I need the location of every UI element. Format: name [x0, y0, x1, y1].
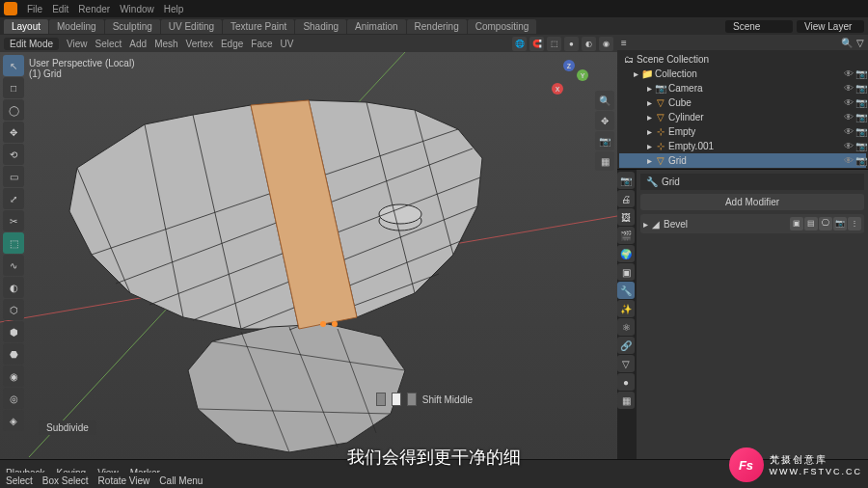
outliner-item[interactable]: ▸▽Cube👁📷 [619, 95, 866, 110]
outliner-item[interactable]: ▸⊹Empty.001👁📷 [619, 139, 866, 153]
tab-compositing[interactable]: Compositing [468, 19, 537, 34]
add-modifier-button[interactable]: Add Modifier [640, 194, 864, 210]
tab-animation[interactable]: Animation [347, 19, 405, 34]
measure-tool[interactable]: ✂ [3, 210, 24, 231]
knife-tool[interactable]: ⬢ [3, 321, 24, 342]
svg-marker-3 [188, 324, 405, 452]
snap-icon[interactable]: 🧲 [529, 37, 544, 51]
particle-tab-icon[interactable]: ✨ [617, 300, 635, 317]
outliner-header: ≡ 🔍 ▽ [617, 35, 868, 50]
loopcut-tool[interactable]: ⬡ [3, 299, 24, 320]
extrude-tool[interactable]: ⬚ [3, 232, 24, 254]
outliner-tree[interactable]: 🗂Scene Collection▸📁Collection👁📷▸📷Camera👁… [617, 50, 868, 170]
perspective-icon[interactable]: ▦ [595, 151, 614, 171]
shading-material-icon[interactable]: ◐ [582, 37, 596, 51]
view-object-label: (1) Grid [29, 68, 134, 79]
modifier-tab-icon[interactable]: 🔧 [617, 282, 635, 299]
shading-rendered-icon[interactable]: ◉ [599, 37, 613, 51]
inset-tool[interactable]: ∿ [3, 255, 24, 276]
outliner-item[interactable]: ▸⊹Empty👁📷 [619, 124, 866, 139]
scene-selector[interactable]: Scene [725, 20, 793, 33]
smooth-tool[interactable]: ◎ [3, 388, 24, 409]
constraint-tab-icon[interactable]: 🔗 [617, 337, 635, 354]
view-tab-icon[interactable]: 🖼 [617, 208, 635, 226]
axis-z-icon[interactable]: Z [563, 60, 575, 71]
transform-tool[interactable]: ▭ [3, 166, 24, 187]
key-hint-label: Shift Middle [422, 394, 473, 405]
modifier-item[interactable]: ▸ ◢ Bevel ▣ ▤ 🖵 📷 ⋮ [640, 214, 864, 233]
menu-file[interactable]: File [27, 4, 42, 14]
render-tab-icon[interactable]: 📷 [617, 172, 635, 189]
status-select: Select [6, 475, 33, 486]
axis-x-icon[interactable]: X [552, 83, 563, 95]
viewport-canvas[interactable]: ↖ □ ◯ ✥ ⟲ ▭ ⤢ ✂ ⬚ ∿ ◐ ⬡ ⬢ ⬣ ◉ ◎ ◈ User P… [0, 52, 617, 459]
right-panel: ≡ 🔍 ▽ 🗂Scene Collection▸📁Collection👁📷▸📷C… [617, 35, 868, 459]
mod-display-icon[interactable]: ▣ [790, 217, 803, 230]
viewlayer-selector[interactable]: View Layer [797, 20, 864, 33]
material-tab-icon[interactable]: ● [617, 373, 635, 391]
physics-tab-icon[interactable]: ⚛ [617, 318, 635, 336]
outliner-item[interactable]: ▸▽Grid👁📷 [619, 153, 866, 168]
mod-menu-icon[interactable]: ⋮ [848, 217, 861, 230]
object-tab-icon[interactable]: ▣ [617, 263, 635, 281]
rotate-tool[interactable]: ✥ [3, 122, 24, 143]
vmenu-view[interactable]: View [67, 39, 88, 49]
vmenu-select[interactable]: Select [95, 39, 122, 49]
global-local-icon[interactable]: 🌐 [512, 37, 527, 51]
vmenu-vertex[interactable]: Vertex [186, 39, 213, 49]
tab-uv[interactable]: UV Editing [161, 19, 222, 34]
filter-icon[interactable]: ▽ [856, 38, 864, 48]
shading-wireframe-icon[interactable]: ⬚ [547, 37, 561, 51]
cursor-tool[interactable]: □ [3, 77, 24, 98]
blender-logo-icon [4, 2, 17, 15]
world-tab-icon[interactable]: 🌍 [617, 245, 635, 262]
vmenu-face[interactable]: Face [251, 39, 272, 49]
select-box-tool[interactable]: ↖ [3, 55, 24, 76]
bevel-tool[interactable]: ◐ [3, 277, 24, 298]
vmenu-uv[interactable]: UV [281, 39, 294, 49]
scene-tab-icon[interactable]: 🎬 [617, 227, 635, 244]
tab-modeling[interactable]: Modeling [49, 19, 104, 34]
camera-view-icon[interactable]: 📷 [595, 131, 614, 150]
watermark-text: 梵摄创意库 [770, 453, 863, 467]
mod-viewport-icon[interactable]: 🖵 [819, 217, 832, 230]
watermark-url: WWW.FSTVC.CC [770, 467, 863, 476]
mesh-tab-icon[interactable]: ▽ [617, 355, 635, 372]
tab-sculpting[interactable]: Sculpting [105, 19, 160, 34]
shading-solid-icon[interactable]: ● [564, 37, 579, 51]
zoom-icon[interactable]: 🔍 [595, 91, 614, 110]
vmenu-add[interactable]: Add [129, 39, 147, 49]
pan-icon[interactable]: ✥ [595, 111, 614, 130]
move-tool[interactable]: ◯ [3, 99, 24, 121]
mod-render-icon[interactable]: 📷 [833, 217, 847, 230]
filter-icon[interactable]: ≡ [621, 38, 627, 48]
chevron-right-icon[interactable]: ▸ [643, 219, 648, 230]
outliner-item[interactable]: ▸📁Collection👁📷 [619, 67, 866, 81]
shrink-tool[interactable]: ◈ [3, 410, 24, 431]
tab-shading[interactable]: Shading [295, 19, 346, 34]
mod-editmode-icon[interactable]: ▤ [804, 217, 818, 230]
vmenu-mesh[interactable]: Mesh [154, 39, 177, 49]
annotate-tool[interactable]: ⤢ [3, 188, 24, 209]
tab-texture[interactable]: Texture Paint [223, 19, 294, 34]
search-icon[interactable]: 🔍 [841, 38, 853, 48]
menu-window[interactable]: Window [120, 4, 154, 14]
tab-layout[interactable]: Layout [4, 19, 48, 34]
outliner-item[interactable]: ▸📷Camera👁📷 [619, 81, 866, 95]
mode-selector[interactable]: Edit Mode [4, 38, 59, 50]
menu-edit[interactable]: Edit [52, 4, 68, 14]
output-tab-icon[interactable]: 🖨 [617, 190, 635, 207]
outliner-item[interactable]: ▸▽Cylinder👁📷 [619, 110, 866, 124]
spin-tool[interactable]: ◉ [3, 366, 24, 387]
menu-render[interactable]: Render [78, 4, 110, 14]
polybuild-tool[interactable]: ⬣ [3, 343, 24, 365]
menu-help[interactable]: Help [164, 4, 184, 14]
mouse-right-icon [407, 393, 417, 406]
scale-tool[interactable]: ⟲ [3, 144, 24, 165]
subdivide-button[interactable]: Subdivide [39, 420, 96, 435]
tab-rendering[interactable]: Rendering [407, 19, 467, 34]
axis-y-icon[interactable]: Y [577, 69, 588, 81]
nav-gizmo[interactable]: X Y Z [550, 60, 588, 98]
vmenu-edge[interactable]: Edge [221, 39, 243, 49]
texture-tab-icon[interactable]: ▦ [617, 392, 635, 409]
